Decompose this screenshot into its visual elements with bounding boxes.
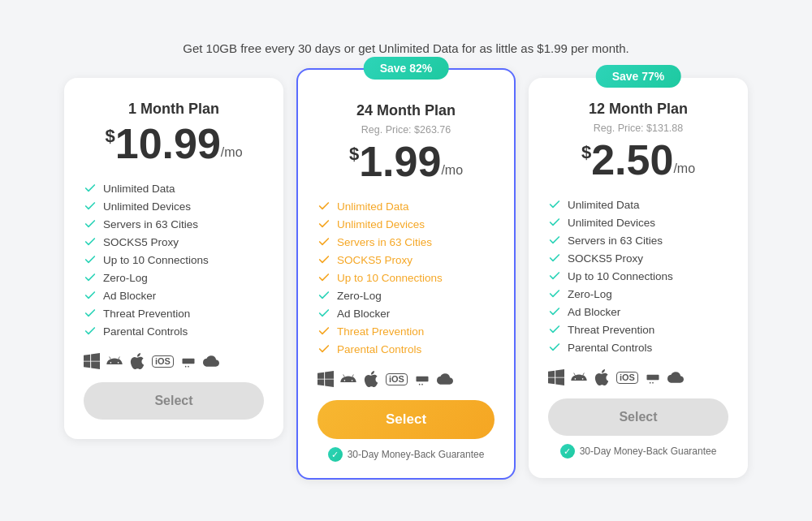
feature-item: Up to 10 Connections	[84, 251, 264, 269]
plan-title: 12 Month Plan	[589, 101, 688, 118]
money-back-icon: ✓	[560, 444, 575, 459]
select-button[interactable]: Select	[548, 398, 728, 436]
feature-item: Up to 10 Connections	[317, 269, 495, 286]
check-icon	[84, 289, 97, 302]
feature-item: Ad Blocker	[317, 304, 495, 322]
check-icon	[548, 252, 561, 265]
features-list: Unlimited Data Unlimited Devices Servers…	[548, 196, 728, 356]
check-icon	[84, 253, 97, 266]
apple-icon	[363, 371, 379, 387]
check-icon	[548, 323, 561, 336]
feature-item: Unlimited Data	[317, 197, 495, 215]
check-icon	[548, 305, 561, 318]
price-dollar: $	[105, 126, 114, 147]
price-dollar: $	[349, 144, 359, 165]
check-icon	[84, 235, 97, 248]
check-icon	[84, 217, 97, 230]
check-icon	[317, 289, 330, 302]
check-icon	[317, 200, 330, 213]
feature-item: Servers in 63 Cities	[317, 233, 495, 251]
router-icon	[180, 353, 197, 369]
apple-icon	[129, 353, 145, 369]
feature-item: Servers in 63 Cities	[548, 231, 728, 249]
select-button[interactable]: Select	[84, 382, 264, 420]
router-icon	[645, 369, 661, 385]
feature-item: Threat Prevention	[548, 321, 728, 338]
price-row: $ 2.50 /mo	[581, 139, 695, 181]
banner-text: Get 10GB free every 30 days or get Unlim…	[183, 41, 628, 55]
router-icon	[414, 371, 430, 387]
plan-card-12month: Save 77%12 Month PlanReg. Price: $131.88…	[529, 78, 748, 478]
feature-item: Parental Controls	[84, 322, 264, 340]
check-icon	[317, 253, 330, 266]
feature-item: Zero-Log	[317, 286, 495, 304]
feature-item: Threat Prevention	[84, 304, 264, 322]
feature-item: Threat Prevention	[317, 322, 495, 340]
plan-title: 1 Month Plan	[128, 101, 219, 118]
price-mo: /mo	[673, 161, 695, 176]
check-icon	[548, 234, 561, 247]
feature-item: Unlimited Data	[548, 196, 728, 213]
feature-item: SOCKS5 Proxy	[84, 233, 264, 251]
feature-item: Unlimited Devices	[317, 215, 495, 233]
ios-icon: iOS	[386, 373, 408, 385]
windows-icon	[317, 371, 334, 387]
money-back: ✓ 30-Day Money-Back Guarantee	[328, 447, 485, 462]
check-icon	[84, 307, 97, 320]
money-back: ✓ 30-Day Money-Back Guarantee	[560, 444, 717, 459]
feature-item: SOCKS5 Proxy	[548, 249, 728, 267]
price-main: 1.99	[359, 140, 441, 183]
check-icon	[548, 269, 561, 282]
check-icon	[548, 341, 561, 354]
plans-container: 1 Month Plan $ 10.99 /mo Unlimited Data …	[64, 78, 748, 480]
price-row: $ 10.99 /mo	[105, 123, 242, 165]
ios-icon: iOS	[152, 355, 174, 368]
price-dollar: $	[581, 142, 591, 163]
android-icon	[571, 369, 587, 385]
android-icon	[340, 371, 356, 387]
money-back-text: 30-Day Money-Back Guarantee	[580, 446, 717, 457]
apple-icon	[594, 369, 610, 385]
check-icon	[317, 307, 330, 320]
select-button[interactable]: Select	[317, 400, 495, 439]
price-mo: /mo	[441, 163, 463, 178]
check-icon	[548, 287, 561, 300]
feature-item: Ad Blocker	[84, 286, 264, 304]
check-icon	[548, 198, 561, 211]
save-badge: Save 77%	[596, 65, 681, 88]
check-icon	[317, 271, 330, 284]
features-list: Unlimited Data Unlimited Devices Servers…	[317, 197, 495, 358]
check-icon	[84, 325, 97, 338]
feature-item: Servers in 63 Cities	[84, 215, 264, 233]
feature-item: Parental Controls	[548, 338, 728, 356]
feature-item: Ad Blocker	[548, 303, 728, 321]
cloud-icon	[437, 371, 453, 387]
check-icon	[84, 182, 97, 195]
check-icon	[317, 325, 330, 338]
platform-icons: iOS	[548, 369, 728, 385]
plan-title: 24 Month Plan	[356, 102, 456, 119]
check-icon	[84, 271, 97, 284]
platform-icons: iOS	[317, 371, 495, 387]
check-icon	[84, 200, 97, 213]
plan-card-24month: Save 82%24 Month PlanReg. Price: $263.76…	[296, 68, 516, 480]
check-icon	[317, 235, 330, 248]
reg-price: Reg. Price: $131.88	[594, 123, 684, 134]
feature-item: Unlimited Devices	[84, 197, 264, 215]
cloud-icon	[667, 369, 684, 385]
reg-price: Reg. Price: $263.76	[361, 124, 451, 136]
money-back-icon: ✓	[328, 447, 343, 462]
check-icon	[548, 216, 561, 229]
check-icon	[317, 217, 330, 230]
windows-icon	[548, 369, 564, 385]
feature-item: SOCKS5 Proxy	[317, 251, 495, 269]
top-banner: Get 10GB free every 30 days or get Unlim…	[183, 41, 628, 55]
feature-item: Unlimited Devices	[548, 213, 728, 231]
price-main: 2.50	[591, 139, 673, 181]
price-main: 10.99	[115, 123, 221, 165]
feature-item: Up to 10 Connections	[548, 267, 728, 285]
feature-item: Unlimited Data	[84, 179, 264, 197]
feature-item: Parental Controls	[317, 340, 495, 358]
price-row: $ 1.99 /mo	[349, 140, 463, 183]
feature-item: Zero-Log	[548, 285, 728, 303]
